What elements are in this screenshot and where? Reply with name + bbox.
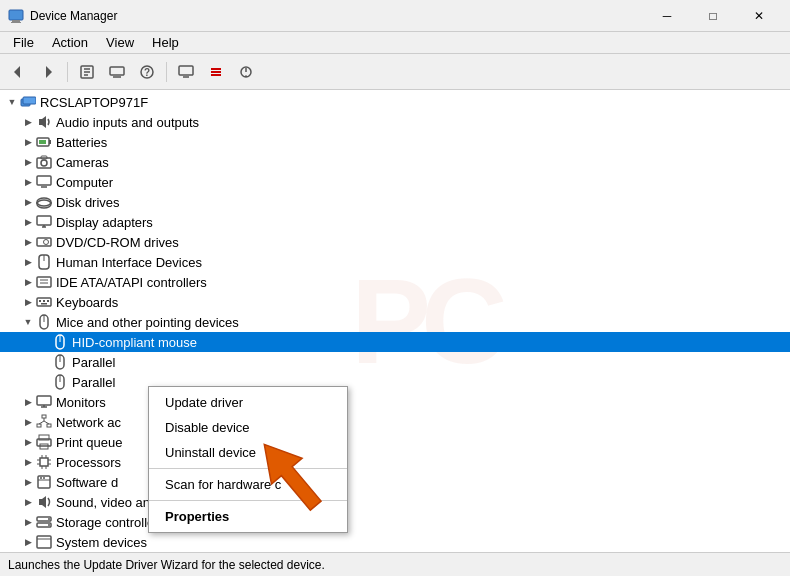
scan-button[interactable]: [232, 59, 260, 85]
ide-label: IDE ATA/ATAPI controllers: [56, 275, 207, 290]
sound-expander[interactable]: ▶: [20, 494, 36, 510]
tree-item-system[interactable]: ▶ System devices: [0, 532, 790, 552]
svg-rect-13: [179, 66, 193, 75]
ctx-update-driver[interactable]: Update driver: [149, 390, 347, 415]
network-icon: [36, 414, 52, 430]
battery-icon: [36, 134, 52, 150]
tree-item-keyboards[interactable]: ▶ Keyboards: [0, 292, 790, 312]
tree-item-display[interactable]: ▶ Display adapters: [0, 212, 790, 232]
storage-expander[interactable]: ▶: [20, 514, 36, 530]
display-expander[interactable]: ▶: [20, 214, 36, 230]
tree-item-mice[interactable]: ▼ Mice and other pointing devices: [0, 312, 790, 332]
svg-rect-71: [40, 458, 48, 466]
disable-button[interactable]: [202, 59, 230, 85]
tree-item-storage[interactable]: ▶ Storage controllers: [0, 512, 790, 532]
toolbar-separator-1: [67, 62, 68, 82]
root-expander[interactable]: ▼: [4, 94, 20, 110]
tree-item-batteries[interactable]: ▶ Batteries: [0, 132, 790, 152]
menu-action[interactable]: Action: [43, 32, 97, 53]
tree-item-parallel1[interactable]: ▶ Parallel: [0, 352, 790, 372]
tree-item-audio[interactable]: ▶ Audio inputs and outputs: [0, 112, 790, 132]
svg-rect-2: [11, 22, 21, 23]
computer-view-button[interactable]: [172, 59, 200, 85]
svg-rect-62: [42, 415, 46, 418]
software-expander[interactable]: ▶: [20, 474, 36, 490]
ide-icon: [36, 274, 52, 290]
tree-item-hid-mouse[interactable]: ▶ HID-compliant mouse: [0, 332, 790, 352]
network-expander[interactable]: ▶: [20, 414, 36, 430]
software-label: Software d: [56, 475, 118, 490]
svg-rect-36: [37, 216, 51, 225]
parallel1-icon: [52, 354, 68, 370]
disk-expander[interactable]: ▶: [20, 194, 36, 210]
audio-expander[interactable]: ▶: [20, 114, 36, 130]
title-bar: Device Manager ─ □ ✕: [0, 0, 790, 32]
ctx-uninstall-device[interactable]: Uninstall device: [149, 440, 347, 465]
system-expander[interactable]: ▶: [20, 534, 36, 550]
audio-label: Audio inputs and outputs: [56, 115, 199, 130]
tree-item-cameras[interactable]: ▶ Cameras: [0, 152, 790, 172]
svg-point-83: [43, 477, 45, 479]
tree-item-software[interactable]: ▶ Software d: [0, 472, 790, 492]
context-menu: Update driver Disable device Uninstall d…: [148, 386, 348, 533]
root-label: RCSLAPTOP971F: [40, 95, 148, 110]
keyboards-expander[interactable]: ▶: [20, 294, 36, 310]
close-button[interactable]: ✕: [736, 0, 782, 32]
menu-file[interactable]: File: [4, 32, 43, 53]
tree-item-computer[interactable]: ▶ Computer: [0, 172, 790, 192]
properties-button[interactable]: [73, 59, 101, 85]
svg-point-82: [40, 477, 42, 479]
tree-item-dvd[interactable]: ▶ DVD/CD-ROM drives: [0, 232, 790, 252]
update-driver-button[interactable]: [103, 59, 131, 85]
back-button[interactable]: [4, 59, 32, 85]
tree-item-monitors[interactable]: ▶ Monitors: [0, 392, 790, 412]
computer-expander[interactable]: ▶: [20, 174, 36, 190]
tree-item-sound[interactable]: ▶ Sound, video and game controllers: [0, 492, 790, 512]
mice-label: Mice and other pointing devices: [56, 315, 239, 330]
help-button[interactable]: ?: [133, 59, 161, 85]
device-tree[interactable]: PC ▼ RCSLAPTOP971F ▶ Audio inputs and ou…: [0, 90, 790, 552]
hid-icon: [36, 254, 52, 270]
menu-view[interactable]: View: [97, 32, 143, 53]
parallel2-label: Parallel: [72, 375, 115, 390]
ctx-disable-device[interactable]: Disable device: [149, 415, 347, 440]
svg-rect-25: [49, 140, 51, 144]
monitors-label: Monitors: [56, 395, 106, 410]
svg-rect-30: [37, 176, 51, 185]
batteries-label: Batteries: [56, 135, 107, 150]
tree-item-network[interactable]: ▶ Network ac: [0, 412, 790, 432]
ctx-properties[interactable]: Properties: [149, 504, 347, 529]
svg-rect-9: [110, 67, 124, 75]
mice-expander[interactable]: ▼: [20, 314, 36, 330]
minimize-button[interactable]: ─: [644, 0, 690, 32]
tree-item-hid[interactable]: ▶ Human Interface Devices: [0, 252, 790, 272]
monitors-expander[interactable]: ▶: [20, 394, 36, 410]
display-icon: [36, 214, 52, 230]
tree-item-ide[interactable]: ▶ IDE ATA/ATAPI controllers: [0, 272, 790, 292]
status-text: Launches the Update Driver Wizard for th…: [8, 558, 325, 572]
svg-rect-63: [37, 424, 41, 427]
toolbar: ?: [0, 54, 790, 90]
print-expander[interactable]: ▶: [20, 434, 36, 450]
tree-item-print[interactable]: ▶ Print queue: [0, 432, 790, 452]
ctx-scan-hardware[interactable]: Scan for hardware c: [149, 472, 347, 497]
svg-rect-1: [12, 20, 20, 22]
menu-help[interactable]: Help: [143, 32, 188, 53]
tree-root[interactable]: ▼ RCSLAPTOP971F: [0, 92, 790, 112]
dvd-expander[interactable]: ▶: [20, 234, 36, 250]
tree-item-diskdrives[interactable]: ▶ Disk drives: [0, 192, 790, 212]
svg-marker-4: [46, 66, 52, 78]
hid-expander[interactable]: ▶: [20, 254, 36, 270]
tree-item-processors[interactable]: ▶ Processors: [0, 452, 790, 472]
batteries-expander[interactable]: ▶: [20, 134, 36, 150]
forward-button[interactable]: [34, 59, 62, 85]
processors-expander[interactable]: ▶: [20, 454, 36, 470]
mice-icon: [36, 314, 52, 330]
cameras-expander[interactable]: ▶: [20, 154, 36, 170]
maximize-button[interactable]: □: [690, 0, 736, 32]
ide-expander[interactable]: ▶: [20, 274, 36, 290]
svg-point-87: [48, 518, 50, 520]
tree-item-parallel2[interactable]: ▶ Parallel: [0, 372, 790, 392]
svg-point-40: [44, 240, 49, 245]
cameras-label: Cameras: [56, 155, 109, 170]
